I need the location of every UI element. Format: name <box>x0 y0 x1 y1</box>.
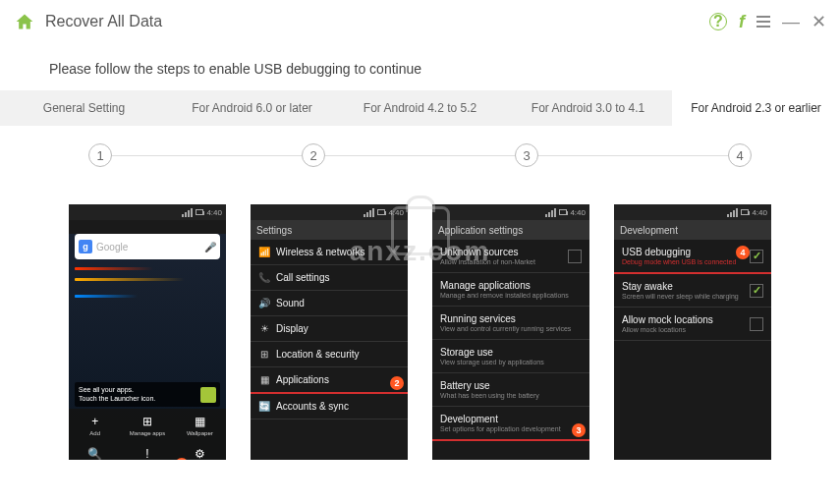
wallpaper-line <box>75 267 153 270</box>
phone-2-settings: 4:40 Settings 📶Wireless & networks📞Call … <box>251 204 408 460</box>
menu-icon[interactable] <box>756 16 770 28</box>
minimize-button[interactable]: — <box>782 12 800 32</box>
status-bar: 4:40 <box>432 204 589 220</box>
dev-header: Development <box>614 220 771 240</box>
tab-android-23[interactable]: For Android 2.3 or earlier <box>672 90 840 126</box>
instruction-text: Please follow the steps to enable USB de… <box>0 43 840 90</box>
app-setting-item: DevelopmentSet options for application d… <box>432 407 589 441</box>
dock-manage: ⊞Manage apps <box>121 409 173 441</box>
dock-add: +Add <box>69 409 121 441</box>
step-1: 1 <box>88 143 112 167</box>
tab-general[interactable]: General Setting <box>0 90 168 126</box>
settings-list: 📶Wireless & networks📞Call settings🔊Sound… <box>251 240 408 420</box>
settings-header: Settings <box>251 220 408 240</box>
callout-4: 4 <box>736 246 750 259</box>
settings-item: 📞Call settings <box>251 265 408 291</box>
tab-bar: General Setting For Android 6.0 or later… <box>0 90 840 126</box>
step-2: 2 <box>302 143 325 167</box>
setting-icon: ⊞ <box>258 349 270 360</box>
settings-item: ⊞Location & security <box>251 342 408 367</box>
app-setting-item: Running servicesView and control current… <box>432 307 589 340</box>
window-controls: ? f — ✕ <box>709 11 826 32</box>
facebook-icon[interactable]: f <box>739 12 745 32</box>
app-setting-item: Battery useWhat has been using the batte… <box>432 373 589 407</box>
tab-android-42[interactable]: For Android 4.2 to 5.2 <box>336 90 504 126</box>
dock-search: 🔍Search <box>69 441 121 460</box>
setting-icon: 🔄 <box>258 401 270 412</box>
home-wallpaper: g Google 🎤 See all your apps. Touch the … <box>69 234 226 460</box>
app-setting-item: Manage applicationsManage and remove ins… <box>432 273 589 307</box>
checkbox <box>568 250 582 263</box>
wallpaper-icon: ▦ <box>193 415 206 428</box>
google-search-widget: g Google 🎤 <box>75 234 220 259</box>
wallpaper-line <box>75 278 185 281</box>
step-line <box>325 155 515 156</box>
setting-label: Accounts & sync <box>276 401 400 412</box>
setting-label: Location & security <box>276 349 400 360</box>
signal-icon <box>182 208 193 217</box>
item-text: USB debuggingDebug mode when USB is conn… <box>622 247 744 265</box>
battery-icon <box>196 209 203 215</box>
phone-3-apps: 4:40 Application settings Unknown source… <box>432 204 589 460</box>
wallpaper-line <box>75 295 138 298</box>
plus-icon: + <box>88 415 102 428</box>
titlebar: Recover All Data ? f — ✕ <box>0 0 840 43</box>
battery-icon <box>559 209 567 215</box>
setting-label: Wireless & networks <box>276 247 400 257</box>
setting-icon: 📶 <box>258 247 270 257</box>
help-icon[interactable]: ? <box>709 13 727 30</box>
android-icon <box>200 387 216 403</box>
settings-item: ☀Display <box>251 316 408 342</box>
setting-label: Sound <box>276 298 400 308</box>
tip-text: See all your apps. Touch the Launcher ic… <box>79 386 200 403</box>
item-text: DevelopmentSet options for application d… <box>440 414 582 432</box>
item-text: Manage applicationsManage and remove ins… <box>440 280 582 299</box>
dock-wallpaper: ▦Wallpaper <box>174 409 226 441</box>
dev-item: USB debuggingDebug mode when USB is conn… <box>614 240 771 274</box>
settings-item: 📶Wireless & networks <box>251 240 408 265</box>
dev-item: Stay awakeScreen will never sleep while … <box>614 274 771 308</box>
item-text: Storage useView storage used by applicat… <box>440 347 582 365</box>
close-button[interactable]: ✕ <box>812 11 826 32</box>
settings-item: 🔊Sound <box>251 291 408 316</box>
phone-screenshots: 4:40 g Google 🎤 See all your apps. Touch… <box>0 177 840 477</box>
step-3: 3 <box>515 143 538 167</box>
setting-label: Display <box>276 323 400 334</box>
mic-icon: 🎤 <box>204 242 216 252</box>
phone-1-home: 4:40 g Google 🎤 See all your apps. Touch… <box>69 204 226 460</box>
checkbox <box>750 317 763 331</box>
status-bar: 4:40 <box>251 204 408 220</box>
tab-android-6[interactable]: For Android 6.0 or later <box>168 90 336 126</box>
step-line <box>112 155 302 156</box>
setting-icon: 🔊 <box>258 298 270 308</box>
item-text: Allow mock locationsAllow mock locations <box>622 314 744 333</box>
checkbox <box>750 250 763 263</box>
status-bar: 4:40 <box>69 204 226 220</box>
tab-android-30[interactable]: For Android 3.0 to 4.1 <box>504 90 672 126</box>
gear-icon: ⚙ <box>193 447 206 461</box>
dev-item: Allow mock locationsAllow mock locations <box>614 308 771 341</box>
home-icon[interactable] <box>14 12 35 31</box>
status-time: 4:40 <box>388 208 404 217</box>
status-time: 4:40 <box>570 208 586 217</box>
notification-icon: ! <box>140 447 154 461</box>
phone-4-dev: 4:40 Development USB debuggingDebug mode… <box>614 204 771 460</box>
setting-label: Applications <box>276 374 400 385</box>
callout-3: 3 <box>572 423 586 437</box>
status-time: 4:40 <box>752 208 767 217</box>
app-setting-item: Unknown sourcesAllow installation of non… <box>432 240 589 273</box>
status-bar: 4:40 <box>614 204 771 220</box>
setting-icon: ▦ <box>258 374 270 385</box>
setting-icon: 📞 <box>258 272 270 283</box>
item-text: Unknown sourcesAllow installation of non… <box>440 247 562 265</box>
item-text: Running servicesView and control current… <box>440 313 582 332</box>
stepper: 1 2 3 4 <box>0 126 840 177</box>
item-text: Stay awakeScreen will never sleep while … <box>622 281 744 300</box>
google-logo-icon: g <box>79 240 92 253</box>
setting-label: Call settings <box>276 272 400 283</box>
setting-icon: ☀ <box>258 323 270 334</box>
dev-list: USB debuggingDebug mode when USB is conn… <box>614 240 771 341</box>
checkbox <box>750 284 763 298</box>
step-4: 4 <box>728 143 752 167</box>
step-line <box>538 155 728 156</box>
